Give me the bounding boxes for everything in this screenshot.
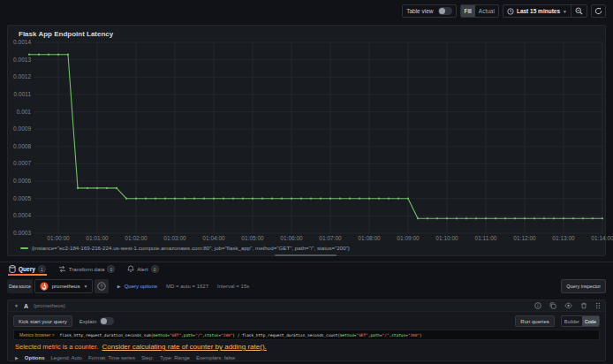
datasource-help-button[interactable]: ? <box>95 279 109 293</box>
kick-start-query-button[interactable]: Kick start your query <box>13 315 72 327</box>
datasource-picker[interactable]: prometheus ▼ <box>34 279 93 293</box>
prometheus-icon <box>40 282 49 291</box>
legend-label: {instance="ec2-184-169-216-224.us-west-1… <box>32 245 350 251</box>
svg-text:01:02:00: 01:02:00 <box>125 235 148 241</box>
tab-query-label: Query <box>19 266 35 272</box>
promql-editor[interactable]: Metrics browser > flask_http_request_dur… <box>13 330 600 340</box>
svg-text:0.001: 0.001 <box>17 109 32 115</box>
svg-text:01:04:00: 01:04:00 <box>202 235 225 241</box>
query-datasource-hint: (prometheus) <box>34 303 65 308</box>
svg-text:0.0014: 0.0014 <box>13 39 31 45</box>
drag-handle-icon[interactable] <box>595 302 601 309</box>
tab-query[interactable]: Query 1 <box>8 265 47 273</box>
refresh-icon <box>594 7 602 15</box>
transform-icon <box>58 265 66 273</box>
svg-text:01:06:00: 01:06:00 <box>280 235 303 241</box>
trash-icon[interactable] <box>580 302 587 309</box>
svg-text:01:12:00: 01:12:00 <box>513 235 536 241</box>
code-option[interactable]: Code <box>582 316 599 326</box>
tab-query-count: 1 <box>38 265 46 273</box>
run-queries-button[interactable]: Run queries <box>515 315 554 327</box>
query-options-toggle[interactable]: Query options <box>125 284 157 289</box>
legend-scrollbar[interactable] <box>275 254 337 256</box>
options-label: Options <box>25 355 45 360</box>
svg-text:01:08:00: 01:08:00 <box>358 235 381 241</box>
table-view-switch[interactable] <box>438 7 452 15</box>
explain-label: Explain <box>79 319 97 324</box>
svg-text:01:11:00: 01:11:00 <box>475 235 497 241</box>
zoom-out-button[interactable] <box>571 5 587 17</box>
timeseries-chart[interactable]: 0.00030.00040.00050.00060.00070.00080.00… <box>8 26 607 257</box>
promql-expression[interactable]: flask_http_request_duration_seconds_sum{… <box>60 333 422 337</box>
actual-option[interactable]: Actual <box>475 5 498 17</box>
eye-icon[interactable] <box>564 302 572 309</box>
svg-text:0.0003: 0.0003 <box>13 230 31 236</box>
query-options-summary[interactable]: ▶ Options Legend: Auto Format: Time seri… <box>8 351 605 360</box>
svg-text:01:10:00: 01:10:00 <box>435 235 458 241</box>
fill-option[interactable]: Fill <box>461 5 475 17</box>
chevron-down-icon: ▼ <box>83 284 87 289</box>
top-header: Table view Fill Actual Last 15 minutes ▼ <box>0 0 613 22</box>
time-range-button[interactable]: Last 15 minutes ▼ <box>503 5 571 17</box>
timeseries-panel: 0.00030.00040.00050.00060.00070.00080.00… <box>7 25 606 256</box>
svg-text:01:14:00: 01:14:00 <box>591 235 613 241</box>
svg-text:01:07:00: 01:07:00 <box>319 235 342 241</box>
option-legend: Legend: Auto <box>51 355 82 360</box>
warning-hint-link[interactable]: Consider calculating rate of counter by … <box>102 343 266 351</box>
query-editor-box: ▼ A (prometheus) Kick start your query E… <box>7 300 606 361</box>
zoom-out-icon <box>575 7 583 15</box>
table-view-toggle-group[interactable]: Table view <box>402 4 456 18</box>
copy-icon[interactable] <box>549 302 556 309</box>
tab-transform-data[interactable]: Transform data 0 <box>57 265 116 273</box>
svg-text:0.0008: 0.0008 <box>13 143 31 149</box>
svg-text:01:00:00: 01:00:00 <box>47 235 70 241</box>
panel-title: Flask App Endpoint Latency <box>19 30 113 38</box>
fill-actual-group: Fill Actual <box>460 4 499 18</box>
series-legend-item[interactable]: {instance="ec2-184-169-216-224.us-west-1… <box>20 245 350 251</box>
option-exemplars: Exemplars: false <box>196 355 235 360</box>
chevron-right-icon: ▶ <box>117 284 121 289</box>
builder-code-group: Builder Code <box>561 315 600 327</box>
info-circle-icon[interactable] <box>534 302 541 309</box>
option-type: Type: Range <box>160 355 190 360</box>
datasource-row: Data source prometheus ▼ ? ▶ Query optio… <box>7 279 606 293</box>
tab-transform-label: Transform data <box>69 267 104 272</box>
bell-icon <box>127 265 134 273</box>
datasource-label: Data source <box>7 279 33 293</box>
chevron-down-icon: ▼ <box>563 9 567 14</box>
table-view-label: Table view <box>406 8 433 14</box>
query-inspector-button[interactable]: Query inspector <box>561 279 606 293</box>
svg-text:0.0005: 0.0005 <box>13 195 31 201</box>
query-ref-id: A <box>24 303 28 309</box>
time-range-label: Last 15 minutes <box>517 8 560 14</box>
query-options-interval: Interval = 15s <box>217 284 249 289</box>
svg-text:0.0007: 0.0007 <box>13 160 31 166</box>
tab-alert-count: 0 <box>151 265 159 273</box>
svg-text:0.0013: 0.0013 <box>13 57 31 63</box>
legend-color-swatch <box>20 247 28 249</box>
clock-icon <box>507 8 514 15</box>
tab-transform-count: 0 <box>107 265 115 273</box>
refresh-button[interactable] <box>591 4 606 18</box>
svg-text:01:05:00: 01:05:00 <box>241 235 264 241</box>
metrics-browser-button[interactable]: Metrics browser > <box>14 332 60 337</box>
svg-text:0.0011: 0.0011 <box>14 91 32 97</box>
svg-text:01:13:00: 01:13:00 <box>552 235 575 241</box>
builder-option[interactable]: Builder <box>562 316 582 326</box>
query-row-header[interactable]: ▼ A (prometheus) <box>8 300 605 312</box>
option-step: Step: <box>141 355 154 360</box>
svg-text:?: ? <box>100 284 102 289</box>
svg-text:0.0006: 0.0006 <box>13 178 31 184</box>
chevron-right-icon: ▶ <box>15 355 19 360</box>
pane-splitter[interactable] <box>0 262 613 262</box>
help-circle-icon: ? <box>97 282 106 291</box>
explain-toggle-group: Explain <box>79 317 115 325</box>
chevron-down-icon: ▼ <box>14 303 19 308</box>
warning-text: Selected metric is a counter. <box>15 343 98 351</box>
tab-alert-label: Alert <box>137 267 148 272</box>
explain-switch[interactable] <box>100 317 114 325</box>
editor-tabs: Query 1 Transform data 0 Alert 0 <box>8 264 160 274</box>
tab-alert[interactable]: Alert 0 <box>126 265 159 273</box>
svg-text:0.0009: 0.0009 <box>13 125 31 132</box>
query-toolbar: Kick start your query Explain Run querie… <box>8 312 605 327</box>
